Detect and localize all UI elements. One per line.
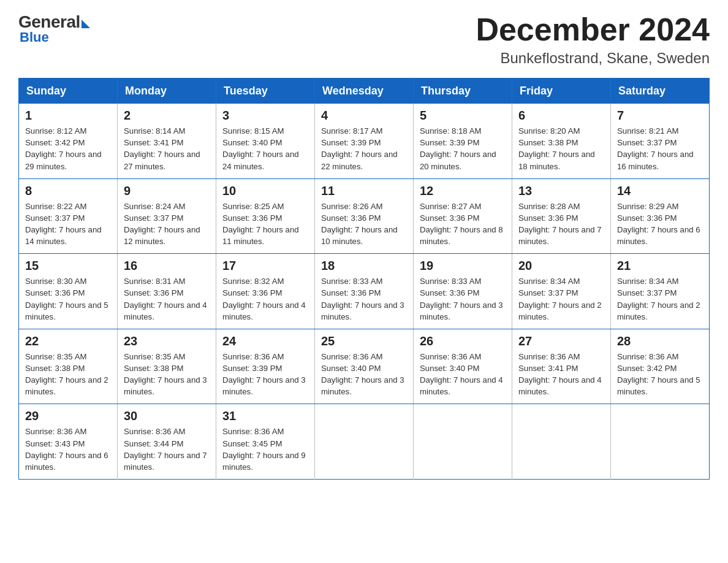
header-sunday: Sunday: [19, 79, 118, 104]
table-row: [512, 404, 611, 480]
day-info: Sunrise: 8:36 AMSunset: 3:41 PMDaylight:…: [518, 351, 604, 398]
day-info: Sunrise: 8:36 AMSunset: 3:43 PMDaylight:…: [25, 426, 111, 473]
day-info: Sunrise: 8:35 AMSunset: 3:38 PMDaylight:…: [25, 351, 111, 398]
day-info: Sunrise: 8:33 AMSunset: 3:36 PMDaylight:…: [321, 275, 407, 323]
table-row: [414, 404, 512, 480]
day-info: Sunrise: 8:17 AMSunset: 3:39 PMDaylight:…: [321, 125, 407, 172]
day-info: Sunrise: 8:29 AMSunset: 3:36 PMDaylight:…: [617, 201, 703, 248]
table-row: 18Sunrise: 8:33 AMSunset: 3:36 PMDayligh…: [315, 254, 414, 329]
day-info: Sunrise: 8:18 AMSunset: 3:39 PMDaylight:…: [420, 125, 506, 172]
day-info: Sunrise: 8:27 AMSunset: 3:36 PMDaylight:…: [420, 201, 506, 248]
table-row: 12Sunrise: 8:27 AMSunset: 3:36 PMDayligh…: [414, 178, 512, 254]
day-number: 3: [222, 109, 308, 123]
calendar-week-row: 8Sunrise: 8:22 AMSunset: 3:37 PMDaylight…: [19, 178, 710, 254]
day-number: 7: [617, 109, 703, 123]
table-row: 14Sunrise: 8:29 AMSunset: 3:36 PMDayligh…: [611, 178, 710, 254]
calendar-week-row: 15Sunrise: 8:30 AMSunset: 3:36 PMDayligh…: [19, 254, 710, 329]
day-number: 11: [321, 184, 407, 198]
table-row: 6Sunrise: 8:20 AMSunset: 3:38 PMDaylight…: [512, 104, 611, 178]
day-info: Sunrise: 8:15 AMSunset: 3:40 PMDaylight:…: [222, 125, 308, 172]
day-info: Sunrise: 8:36 AMSunset: 3:40 PMDaylight:…: [321, 351, 407, 398]
day-number: 15: [25, 259, 111, 273]
header-wednesday: Wednesday: [315, 79, 414, 104]
day-info: Sunrise: 8:31 AMSunset: 3:36 PMDaylight:…: [124, 275, 210, 323]
day-info: Sunrise: 8:33 AMSunset: 3:36 PMDaylight:…: [420, 275, 506, 323]
table-row: 16Sunrise: 8:31 AMSunset: 3:36 PMDayligh…: [118, 254, 216, 329]
day-number: 28: [617, 334, 703, 348]
header-saturday: Saturday: [611, 79, 710, 104]
header-friday: Friday: [512, 79, 611, 104]
calendar-table: Sunday Monday Tuesday Wednesday Thursday…: [18, 78, 710, 480]
day-info: Sunrise: 8:36 AMSunset: 3:40 PMDaylight:…: [420, 351, 506, 398]
day-number: 24: [222, 334, 308, 348]
table-row: 10Sunrise: 8:25 AMSunset: 3:36 PMDayligh…: [216, 178, 315, 254]
day-number: 23: [124, 334, 210, 348]
table-row: 3Sunrise: 8:15 AMSunset: 3:40 PMDaylight…: [216, 104, 315, 178]
table-row: 8Sunrise: 8:22 AMSunset: 3:37 PMDaylight…: [19, 178, 118, 254]
table-row: 1Sunrise: 8:12 AMSunset: 3:42 PMDaylight…: [19, 104, 118, 178]
day-info: Sunrise: 8:36 AMSunset: 3:39 PMDaylight:…: [222, 351, 308, 398]
day-info: Sunrise: 8:36 AMSunset: 3:42 PMDaylight:…: [617, 351, 703, 398]
logo-blue: Blue: [20, 29, 49, 45]
day-number: 19: [420, 259, 506, 273]
table-row: 23Sunrise: 8:35 AMSunset: 3:38 PMDayligh…: [118, 329, 216, 404]
table-row: 7Sunrise: 8:21 AMSunset: 3:37 PMDaylight…: [611, 104, 710, 178]
day-number: 20: [518, 259, 604, 273]
day-number: 10: [222, 184, 308, 198]
day-number: 29: [25, 409, 111, 423]
day-number: 13: [518, 184, 604, 198]
day-number: 8: [25, 184, 111, 198]
day-number: 21: [617, 259, 703, 273]
day-info: Sunrise: 8:24 AMSunset: 3:37 PMDaylight:…: [124, 201, 210, 248]
day-info: Sunrise: 8:14 AMSunset: 3:41 PMDaylight:…: [124, 125, 210, 172]
day-number: 27: [518, 334, 604, 348]
day-number: 30: [124, 409, 210, 423]
table-row: 26Sunrise: 8:36 AMSunset: 3:40 PMDayligh…: [414, 329, 512, 404]
day-number: 14: [617, 184, 703, 198]
day-info: Sunrise: 8:32 AMSunset: 3:36 PMDaylight:…: [222, 275, 308, 323]
day-info: Sunrise: 8:35 AMSunset: 3:38 PMDaylight:…: [124, 351, 210, 398]
calendar-week-row: 22Sunrise: 8:35 AMSunset: 3:38 PMDayligh…: [19, 329, 710, 404]
table-row: 30Sunrise: 8:36 AMSunset: 3:44 PMDayligh…: [118, 404, 216, 480]
day-number: 12: [420, 184, 506, 198]
table-row: 2Sunrise: 8:14 AMSunset: 3:41 PMDaylight…: [118, 104, 216, 178]
table-row: 22Sunrise: 8:35 AMSunset: 3:38 PMDayligh…: [19, 329, 118, 404]
header-monday: Monday: [118, 79, 216, 104]
table-row: 27Sunrise: 8:36 AMSunset: 3:41 PMDayligh…: [512, 329, 611, 404]
table-row: 4Sunrise: 8:17 AMSunset: 3:39 PMDaylight…: [315, 104, 414, 178]
table-row: 9Sunrise: 8:24 AMSunset: 3:37 PMDaylight…: [118, 178, 216, 254]
day-number: 5: [420, 109, 506, 123]
table-row: 13Sunrise: 8:28 AMSunset: 3:36 PMDayligh…: [512, 178, 611, 254]
table-row: 11Sunrise: 8:26 AMSunset: 3:36 PMDayligh…: [315, 178, 414, 254]
table-row: [611, 404, 710, 480]
day-info: Sunrise: 8:34 AMSunset: 3:37 PMDaylight:…: [617, 275, 703, 323]
day-number: 18: [321, 259, 407, 273]
day-info: Sunrise: 8:21 AMSunset: 3:37 PMDaylight:…: [617, 125, 703, 172]
page-header: General Blue December 2024 Bunkeflostran…: [18, 12, 710, 67]
calendar-title: December 2024: [476, 12, 710, 47]
calendar-week-row: 29Sunrise: 8:36 AMSunset: 3:43 PMDayligh…: [19, 404, 710, 480]
day-info: Sunrise: 8:25 AMSunset: 3:36 PMDaylight:…: [222, 201, 308, 248]
day-info: Sunrise: 8:28 AMSunset: 3:36 PMDaylight:…: [518, 201, 604, 248]
logo: General Blue: [18, 12, 90, 45]
day-number: 6: [518, 109, 604, 123]
day-number: 26: [420, 334, 506, 348]
day-number: 16: [124, 259, 210, 273]
calendar-subtitle: Bunkeflostrand, Skane, Sweden: [476, 50, 710, 67]
table-row: 5Sunrise: 8:18 AMSunset: 3:39 PMDaylight…: [414, 104, 512, 178]
table-row: 20Sunrise: 8:34 AMSunset: 3:37 PMDayligh…: [512, 254, 611, 329]
title-block: December 2024 Bunkeflostrand, Skane, Swe…: [476, 12, 710, 67]
weekday-header-row: Sunday Monday Tuesday Wednesday Thursday…: [19, 79, 710, 104]
day-number: 4: [321, 109, 407, 123]
day-info: Sunrise: 8:20 AMSunset: 3:38 PMDaylight:…: [518, 125, 604, 172]
table-row: 24Sunrise: 8:36 AMSunset: 3:39 PMDayligh…: [216, 329, 315, 404]
calendar-week-row: 1Sunrise: 8:12 AMSunset: 3:42 PMDaylight…: [19, 104, 710, 178]
table-row: 28Sunrise: 8:36 AMSunset: 3:42 PMDayligh…: [611, 329, 710, 404]
day-number: 2: [124, 109, 210, 123]
day-info: Sunrise: 8:36 AMSunset: 3:44 PMDaylight:…: [124, 426, 210, 473]
header-thursday: Thursday: [414, 79, 512, 104]
day-number: 25: [321, 334, 407, 348]
day-info: Sunrise: 8:12 AMSunset: 3:42 PMDaylight:…: [25, 125, 111, 172]
day-number: 1: [25, 109, 111, 123]
day-info: Sunrise: 8:36 AMSunset: 3:45 PMDaylight:…: [222, 426, 308, 473]
